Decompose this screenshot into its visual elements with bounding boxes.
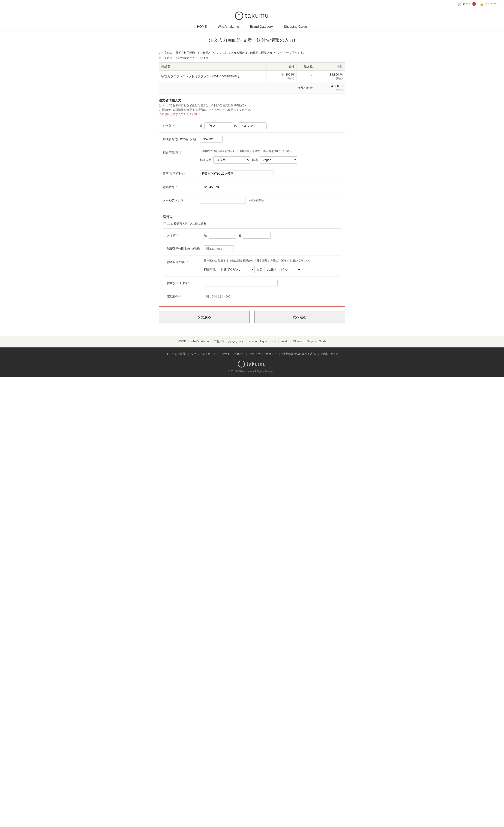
table-row: 宇宙ガラスブレスレット（ブラック）(201116032BBKBL) 34,800…	[159, 71, 345, 82]
next-button[interactable]: 次へ進む	[254, 311, 345, 324]
footer-link-irodrip[interactable]: irodrip	[281, 340, 288, 344]
delivery-phone-label: 電話番号＊	[167, 293, 204, 299]
footer-faq[interactable]: よくあるご質問	[166, 352, 185, 356]
delivery-prefecture-label: 都道府県/国名＊	[167, 259, 204, 264]
col-price: 価格	[267, 63, 297, 71]
nav-guide[interactable]: Shopping Guide	[284, 25, 307, 29]
footer-brand-name: takumu	[247, 361, 266, 367]
footer-link-northern-lights[interactable]: Northern Lights	[248, 340, 268, 344]
delivery-section: 送付先 注文者情報と同じ住所に送る お名前＊ 姓 名 郵便番号*(日本のみ必須	[159, 212, 345, 306]
order-table: 商品名 価格 注文数 小計 宇宙ガラスブレスレット（ブラック）(20111603…	[159, 62, 345, 94]
footer-link-others[interactable]: Other's	[293, 340, 302, 344]
lock-icon: 🔒	[480, 2, 484, 6]
footer-link-guide[interactable]: Shopping Guide	[306, 340, 326, 344]
mypage-button[interactable]: 🔒 マイページ	[480, 2, 499, 6]
phone-input[interactable]	[200, 184, 241, 190]
footer-contact[interactable]: お問い合わせ	[321, 352, 338, 356]
orderer-desc1: 当ページでお客様情報を修正した場合は、今回のご注文に限り有効です。	[159, 103, 345, 107]
name-inputs: 姓 名	[200, 123, 341, 129]
footer-dark: よくあるご質問 ｜ ショッピングガイド ｜ 当サイトについて ｜ プライバシーポ…	[0, 347, 504, 377]
footer-about[interactable]: 当サイトについて	[222, 352, 244, 356]
delivery-country-select[interactable]: お選びください	[264, 266, 301, 273]
delivery-postal-row: 郵便番号*(日本のみ必須)	[163, 242, 341, 255]
cart-count-badge: 1	[472, 2, 476, 6]
prefecture-select[interactable]: 群馬県	[214, 156, 250, 163]
product-name: 宇宙ガラスブレスレット（ブラック）(201116032BBKBL)	[159, 71, 267, 82]
address-row: 住所(市区町村)＊	[159, 167, 345, 181]
top-bar: 🛒 カート 1 🔒 マイページ	[0, 0, 504, 8]
footer-dark-nav: よくあるご質問 ｜ ショッピングガイド ｜ 当サイトについて ｜ プライバシーポ…	[4, 352, 500, 356]
phone-label: 電話番号＊	[163, 184, 200, 189]
terms-link[interactable]: 利用規約	[184, 51, 195, 54]
nav-brand[interactable]: Brand Category	[250, 25, 273, 29]
col-product: 商品名	[159, 63, 267, 71]
email-hint: （半角英数字）	[247, 198, 267, 202]
delivery-prefecture-select[interactable]: お選びください	[218, 266, 255, 273]
orderer-form: お名前＊ 姓 名 郵便番号*(日本のみ必須) 都道府県/国名 日本国外の方は都道…	[159, 119, 345, 207]
footer-link-whats[interactable]: What's takumu	[190, 340, 209, 344]
col-qty: 注文数	[297, 63, 315, 71]
delivery-address-input[interactable]	[204, 280, 278, 286]
address-input[interactable]	[200, 170, 274, 177]
footer-shopping[interactable]: ショッピングガイド	[191, 352, 216, 356]
total-label: 商品の合計	[159, 82, 315, 94]
footer-light-nav: HOME ｜ What's takumu ｜ 宇宙ガラスブレスレット ｜ Nor…	[4, 340, 500, 344]
delivery-last-name[interactable]	[209, 232, 236, 239]
delivery-address-label: 住所(市区町村)＊	[167, 280, 204, 285]
delivery-phone-row: 電話番号＊	[163, 290, 341, 303]
email-row: メールアドレス＊ （半角英数字）	[159, 194, 345, 207]
footer-law[interactable]: 特定商取引法に基づく表記	[282, 352, 316, 356]
cart-label: カート	[462, 2, 471, 6]
postal-row: 郵便番号*(日本のみ必須)	[159, 133, 345, 146]
first-name-input[interactable]	[239, 123, 267, 129]
delivery-address-row: 住所(市区町村)＊	[163, 277, 341, 290]
delivery-prefecture-row: 都道府県/国名＊ 日本国外に配送する場合は都道府県から「日本国外」を選び、国名を…	[163, 255, 341, 277]
footer-link-bracelet[interactable]: 宇宙ガラスブレスレット	[214, 340, 244, 344]
footer-light: HOME ｜ What's takumu ｜ 宇宙ガラスブレスレット ｜ Nor…	[0, 336, 504, 347]
required-note: ＊の項目は必ず入力してください。	[159, 112, 345, 116]
product-qty: 1	[297, 71, 315, 82]
logo-icon: T	[235, 11, 243, 20]
footer-link-home[interactable]: HOME	[178, 340, 186, 344]
same-address-checkbox[interactable]	[163, 222, 166, 225]
prefecture-hint: 日本国外の方は都道府県から「日本国外」を選び、国名をお選びください。	[200, 149, 341, 153]
postal-input[interactable]	[200, 136, 223, 143]
email-label: メールアドレス＊	[163, 197, 200, 203]
delivery-postal-label: 郵便番号*(日本のみ必須)	[167, 245, 204, 251]
name-label: お名前＊	[163, 123, 200, 128]
footer-logo-icon: T	[238, 360, 245, 368]
orderer-desc2: ご登録のお客様情報を修正する場合は、マイページから修正してください。	[159, 108, 345, 112]
copyright: © 2018-2020 takumu. All Rights Reserved.	[4, 370, 500, 373]
nav-home[interactable]: HOME	[197, 25, 207, 29]
product-subtotal: 34,800 円 (税抜)	[315, 71, 345, 82]
product-price: 34,800 円 (税抜)	[267, 71, 297, 82]
main-content: 注文入力画面(注文者・送付先情報の入力) ご注文前に、必ず「利用規約」をご確認く…	[155, 32, 349, 336]
phone-row: 電話番号＊	[159, 181, 345, 194]
delivery-name-row: お名前＊ 姓 名	[163, 229, 341, 242]
name-row: お名前＊ 姓 名	[159, 119, 345, 133]
back-button[interactable]: 前に戻る	[159, 311, 250, 324]
total-row: 商品の合計 34,800 円 (税抜)	[159, 82, 345, 94]
footer-logo-wrap: T takumu	[4, 360, 500, 368]
delivery-postal-input[interactable]	[204, 245, 234, 252]
delivery-first-name[interactable]	[243, 232, 271, 239]
logo-text: takumu	[245, 12, 269, 19]
terms-notice: ご注文前に、必ず「利用規約」をご確認ください。ご注文される場合はこの規約に同意さ…	[159, 51, 345, 55]
site-logo[interactable]: T takumu	[235, 11, 269, 20]
page-title: 注文入力画面(注文者・送付先情報の入力)	[159, 37, 345, 46]
cart-button[interactable]: 🛒 カート 1	[458, 2, 476, 6]
last-name-input[interactable]	[205, 123, 232, 129]
action-buttons: 前に戻る 次へ進む	[159, 311, 345, 324]
footer-logo: T takumu	[238, 360, 266, 368]
email-input[interactable]	[200, 197, 246, 204]
orderer-info-header: 注文者情報入力 当ページでお客様情報を修正した場合は、今回のご注文に限り有効です…	[159, 98, 345, 116]
nav-whats[interactable]: What's takumu	[218, 25, 239, 29]
mypage-label: マイページ	[485, 2, 499, 6]
footer-link-alpha[interactable]: + α	[272, 340, 276, 344]
delivery-title: 送付先	[163, 215, 341, 219]
country-select[interactable]: Japan	[260, 156, 297, 163]
footer-privacy[interactable]: プライバシーポリシー	[249, 352, 277, 356]
delivery-phone-input[interactable]	[204, 293, 250, 300]
main-nav: HOME What's takumu Brand Category Shoppi…	[0, 22, 504, 32]
site-header: T takumu	[0, 8, 504, 22]
